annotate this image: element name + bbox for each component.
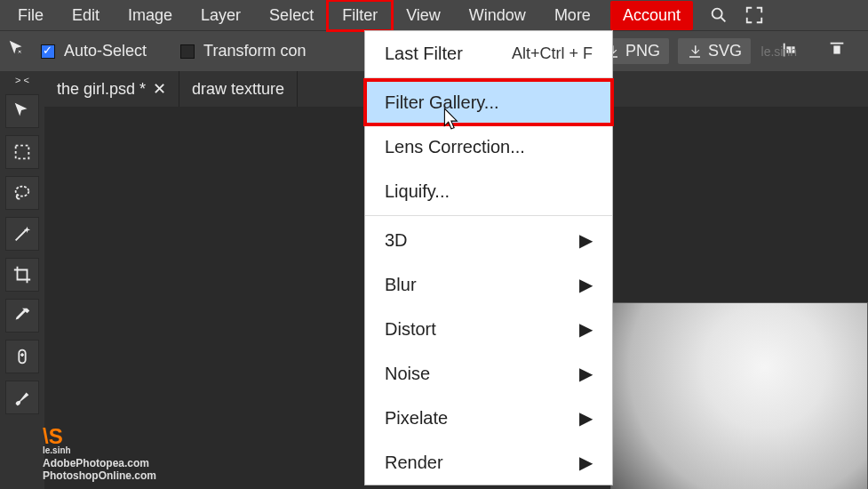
menu-item-label: Noise — [385, 364, 430, 384]
auto-select-label: Auto-Select — [64, 42, 147, 60]
svg-point-0 — [713, 9, 722, 19]
menu-item-label: Render — [385, 453, 443, 473]
menu-item-filter-gallery[interactable]: Filter Gallery... — [365, 80, 612, 124]
menu-file[interactable]: File — [4, 1, 58, 30]
menu-view[interactable]: View — [392, 1, 455, 30]
align-top-icon[interactable] — [827, 40, 847, 63]
move-tool[interactable] — [5, 94, 39, 128]
menu-item-label: Pixelate — [385, 408, 448, 429]
eyedropper-tool[interactable] — [5, 299, 39, 333]
watermark-top: le.sinh — [761, 44, 797, 59]
menu-item-label: Last Filter — [385, 44, 463, 64]
menu-filter[interactable]: Filter — [328, 1, 392, 30]
transform-controls-checkbox[interactable] — [180, 44, 195, 59]
menu-window[interactable]: Window — [455, 1, 540, 30]
cursor-icon — [442, 107, 462, 135]
filter-menu-dropdown: Last FilterAlt+Ctrl + FFilter Gallery...… — [364, 30, 613, 485]
svg-rect-6 — [833, 45, 840, 53]
watermark: \S le.sinh AdobePhotopea.com PhotoshopOn… — [43, 424, 156, 482]
document-tab[interactable]: draw textture — [179, 71, 298, 107]
menu-item-label: Lens Correction... — [385, 137, 525, 157]
submenu-arrow-icon: ▶ — [579, 229, 593, 251]
marquee-tool[interactable] — [5, 135, 39, 169]
document-tab[interactable]: the girl.psd *✕ — [44, 71, 179, 107]
svg-rect-7 — [16, 146, 29, 159]
menu-item-lens-correction[interactable]: Lens Correction... — [365, 124, 612, 169]
canvas-image[interactable] — [610, 302, 868, 489]
tab-title: draw textture — [192, 80, 284, 99]
menu-item-pixelate[interactable]: Pixelate▶ — [365, 396, 612, 440]
export-svg-button[interactable]: SVG — [678, 38, 751, 64]
menu-item-render[interactable]: Render▶ — [365, 440, 612, 485]
menu-image[interactable]: Image — [114, 1, 187, 30]
menu-item-noise[interactable]: Noise▶ — [365, 351, 612, 396]
move-tool-preview-icon — [7, 39, 27, 63]
auto-select-checkbox[interactable] — [41, 44, 55, 59]
lasso-tool[interactable] — [5, 176, 39, 210]
download-icon — [687, 44, 703, 60]
account-button[interactable]: Account — [610, 1, 693, 30]
transform-controls-label: Transform con — [203, 42, 306, 60]
menu-item-label: Liquify... — [385, 181, 450, 202]
menu-item-label: 3D — [385, 230, 408, 251]
menu-layer[interactable]: Layer — [187, 1, 255, 30]
submenu-arrow-icon: ▶ — [579, 363, 593, 384]
crop-tool[interactable] — [5, 258, 39, 292]
menu-shortcut: Alt+Ctrl + F — [512, 44, 593, 63]
menu-select[interactable]: Select — [255, 1, 328, 30]
svg-rect-2 — [689, 56, 700, 58]
menu-item-label: Blur — [385, 275, 417, 295]
tab-title: the girl.psd * — [57, 80, 146, 99]
menu-more[interactable]: More — [540, 1, 605, 30]
menu-item-last-filter[interactable]: Last FilterAlt+Ctrl + F — [365, 31, 612, 76]
menu-separator — [365, 77, 612, 78]
tool-palette: > < — [0, 71, 44, 489]
menu-item-liquify[interactable]: Liquify... — [365, 169, 612, 213]
svg-rect-5 — [831, 42, 844, 44]
close-icon[interactable]: ✕ — [153, 79, 166, 99]
submenu-arrow-icon: ▶ — [579, 318, 593, 340]
menu-item-label: Distort — [385, 319, 436, 340]
menu-item-distort[interactable]: Distort▶ — [365, 307, 612, 351]
search-icon[interactable] — [709, 5, 729, 25]
submenu-arrow-icon: ▶ — [579, 452, 593, 473]
menu-item-blur[interactable]: Blur▶ — [365, 262, 612, 307]
toolbox-collapse-handle[interactable]: > < — [15, 75, 29, 85]
menu-edit[interactable]: Edit — [58, 1, 114, 30]
fullscreen-icon[interactable] — [745, 5, 764, 25]
submenu-arrow-icon: ▶ — [579, 407, 593, 429]
healing-brush-tool[interactable] — [5, 340, 39, 373]
magic-wand-tool[interactable] — [5, 217, 39, 251]
svg-point-8 — [16, 187, 29, 196]
menu-bar: FileEditImageLayerSelectFilterViewWindow… — [0, 0, 868, 30]
menu-separator — [365, 215, 612, 216]
brush-tool[interactable] — [5, 381, 39, 414]
menu-item-3d[interactable]: 3D▶ — [365, 218, 612, 262]
submenu-arrow-icon: ▶ — [579, 274, 593, 295]
